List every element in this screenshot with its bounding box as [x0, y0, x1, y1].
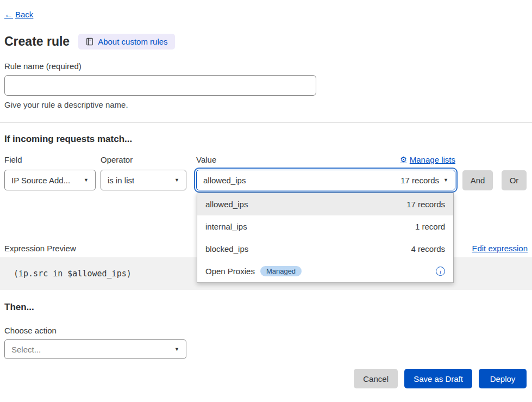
then-section: Then... Choose action Select... ▼ [0, 302, 532, 359]
value-select-value: allowed_ips [203, 176, 246, 185]
value-label: Value [196, 155, 216, 164]
operator-select[interactable]: is in list ▼ [101, 170, 186, 190]
back-arrow-icon: ← [4, 10, 13, 19]
field-column: Field IP Source Add... ▼ [4, 154, 96, 190]
section-divider [0, 122, 532, 123]
managed-badge: Managed [260, 266, 302, 276]
value-label-row: Value ⚙ Manage lists [196, 154, 455, 164]
page-title: Create rule [4, 34, 70, 49]
or-button[interactable]: Or [502, 170, 527, 190]
and-or-group: And Or [462, 170, 527, 190]
operator-column: Operator is in list ▼ [101, 154, 186, 190]
gear-icon: ⚙ [400, 155, 407, 164]
save-as-draft-button[interactable]: Save as Draft [404, 369, 472, 388]
chevron-down-icon: ▼ [174, 347, 179, 352]
action-select[interactable]: Select... ▼ [4, 339, 186, 359]
footer-actions: Cancel Save as Draft Deploy [0, 369, 532, 388]
rule-name-label: Rule name (required) [4, 61, 528, 71]
list-option-name: Open Proxies [205, 267, 255, 276]
back-link[interactable]: ←Back [4, 10, 33, 20]
list-option-meta: 17 records [406, 200, 445, 209]
and-button[interactable]: And [462, 170, 493, 190]
list-option-name: blocked_ips [205, 244, 248, 253]
field-select[interactable]: IP Source Add... ▼ [4, 170, 96, 190]
edit-expression-link[interactable]: Edit expression [472, 244, 528, 253]
operator-label: Operator [101, 154, 186, 164]
info-icon[interactable]: i [436, 267, 445, 276]
rule-name-input[interactable] [4, 75, 316, 96]
chevron-down-icon: ▼ [443, 177, 448, 183]
list-option-blocked-ips[interactable]: blocked_ips 4 records [197, 238, 453, 260]
match-heading: If incoming requests match... [4, 134, 528, 145]
list-option-meta: 4 records [411, 244, 445, 253]
create-rule-page: ←Back Create rule About custom rules Rul… [0, 0, 532, 402]
list-option-meta: 1 record [415, 222, 445, 231]
list-option-name: internal_ips [205, 222, 247, 231]
match-controls: Field IP Source Add... ▼ Operator is in … [4, 154, 528, 190]
value-column: Value ⚙ Manage lists allowed_ips 17 reco… [196, 154, 455, 190]
list-option-allowed-ips[interactable]: allowed_ips 17 records [197, 193, 453, 215]
then-heading: Then... [4, 302, 528, 313]
list-option-open-proxies[interactable]: Open Proxies Managed i [197, 260, 453, 282]
expression-code: (ip.src in $allowed_ips) [14, 269, 132, 279]
chevron-down-icon: ▼ [84, 177, 89, 183]
rule-name-help: Give your rule a descriptive name. [4, 100, 528, 109]
about-custom-rules-link[interactable]: About custom rules [78, 34, 174, 50]
rule-name-section: Rule name (required) Give your rule a de… [0, 61, 532, 109]
title-row: Create rule About custom rules [0, 34, 532, 50]
field-label: Field [4, 154, 96, 164]
value-select-records: 17 records [400, 176, 439, 185]
operator-select-value: is in list [108, 176, 134, 185]
list-option-name: allowed_ips [205, 200, 248, 209]
field-select-value: IP Source Add... [11, 176, 70, 185]
manage-lists-label: Manage lists [410, 155, 455, 164]
list-dropdown: allowed_ips 17 records internal_ips 1 re… [197, 193, 454, 283]
back-row: ←Back [0, 10, 532, 20]
back-label: Back [15, 10, 33, 19]
match-section: If incoming requests match... Field IP S… [0, 134, 532, 190]
manage-lists-link[interactable]: ⚙ Manage lists [400, 155, 455, 164]
about-custom-rules-label: About custom rules [98, 37, 167, 46]
action-select-placeholder: Select... [11, 345, 41, 354]
expression-preview-label: Expression Preview [4, 244, 76, 253]
list-option-internal-ips[interactable]: internal_ips 1 record [197, 215, 453, 238]
book-icon [85, 38, 93, 46]
deploy-button[interactable]: Deploy [479, 369, 527, 388]
choose-action-label: Choose action [4, 326, 528, 335]
cancel-button[interactable]: Cancel [354, 369, 398, 388]
chevron-down-icon: ▼ [174, 177, 179, 183]
value-select[interactable]: allowed_ips 17 records ▼ [196, 170, 455, 190]
